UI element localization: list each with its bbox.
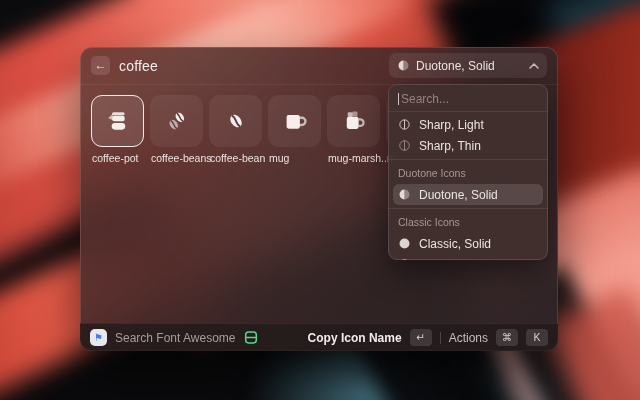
result-coffee-bean[interactable]: coffee-bean <box>209 95 262 164</box>
classic-solid-icon <box>398 237 411 250</box>
divider <box>440 332 441 344</box>
menu-item-classic-solid[interactable]: Classic, Solid <box>388 233 548 254</box>
coffee-beans-icon <box>163 107 191 135</box>
style-dropdown-value: Duotone, Solid <box>416 59 523 73</box>
coffee-bean-icon <box>222 107 250 135</box>
result-label: mug-marsh... <box>327 152 380 164</box>
duotone-circle-icon <box>397 59 410 72</box>
cache-drive-icon <box>244 330 258 345</box>
chevron-up-icon <box>529 63 539 69</box>
mug-icon <box>281 107 309 135</box>
result-mug-marshmallows[interactable]: mug-marsh... <box>327 95 380 164</box>
search-bar: ← coffee Duotone, Solid <box>80 47 558 85</box>
raycast-window: ← coffee Duotone, Solid <box>80 47 558 351</box>
menu-item-classic-regular[interactable]: Classic, Regular <box>388 254 548 260</box>
result-label: mug <box>268 152 321 164</box>
search-input[interactable]: coffee <box>119 58 380 74</box>
section-header-classic: Classic Icons <box>388 209 548 231</box>
menu-item-sharp-light[interactable]: Sharp, Light <box>388 114 548 135</box>
k-key-badge: K <box>526 329 548 346</box>
style-dropdown-button[interactable]: Duotone, Solid <box>389 53 547 78</box>
dropdown-group-duotone: Duotone, Solid <box>388 182 548 208</box>
back-arrow-icon: ← <box>95 58 107 72</box>
menu-item-label: Classic, Solid <box>419 237 491 251</box>
font-awesome-logo: ⚑ <box>90 329 107 346</box>
coffee-pot-tile[interactable] <box>91 95 144 147</box>
menu-item-label: Sharp, Light <box>419 118 484 132</box>
sharp-light-icon <box>398 118 411 131</box>
result-coffee-beans[interactable]: coffee-beans <box>150 95 203 164</box>
menu-item-duotone-solid-selected[interactable]: Duotone, Solid <box>393 184 543 205</box>
dropdown-group-classic: Classic, Solid Classic, Regular <box>388 231 548 260</box>
menu-item-label: Classic, Regular <box>419 258 506 261</box>
dropdown-search-field[interactable]: Search... <box>388 84 548 111</box>
actions-menu-label[interactable]: Actions <box>449 331 488 345</box>
return-key-badge: ↵ <box>410 329 432 346</box>
mug-marshmallows-icon <box>340 107 368 135</box>
flag-icon: ⚑ <box>94 332 103 343</box>
dropdown-search-placeholder: Search... <box>401 92 449 106</box>
dropdown-group-sharp: Sharp, Light Sharp, Thin <box>388 112 548 159</box>
result-label: coffee-bean <box>209 152 262 164</box>
coffee-bean-tile[interactable] <box>209 95 262 147</box>
menu-item-sharp-thin[interactable]: Sharp, Thin <box>388 135 548 156</box>
sharp-thin-icon <box>398 139 411 152</box>
section-header-duotone: Duotone Icons <box>388 160 548 182</box>
mug-tile[interactable] <box>268 95 321 147</box>
coffee-beans-tile[interactable] <box>150 95 203 147</box>
result-label: coffee-beans <box>150 152 203 164</box>
action-bar: ⚑ Search Font Awesome Copy Icon Name ↵ A… <box>80 323 558 351</box>
menu-item-label: Duotone, Solid <box>419 188 498 202</box>
result-label: coffee-pot <box>91 152 144 164</box>
command-key-badge: ⌘ <box>496 329 518 346</box>
text-caret <box>398 93 399 105</box>
primary-action-label[interactable]: Copy Icon Name <box>308 331 402 345</box>
screen: ← coffee Duotone, Solid <box>0 0 640 400</box>
result-coffee-pot[interactable]: coffee-pot <box>91 95 144 164</box>
style-dropdown-menu: Search... Sharp, Light <box>388 84 548 260</box>
classic-regular-icon <box>398 258 411 260</box>
mug-marshmallows-tile[interactable] <box>327 95 380 147</box>
extension-name: Search Font Awesome <box>115 331 236 345</box>
back-button[interactable]: ← <box>91 56 110 75</box>
duotone-solid-icon <box>398 188 411 201</box>
result-mug[interactable]: mug <box>268 95 321 164</box>
coffee-pot-icon <box>104 107 132 135</box>
menu-item-label: Sharp, Thin <box>419 139 481 153</box>
